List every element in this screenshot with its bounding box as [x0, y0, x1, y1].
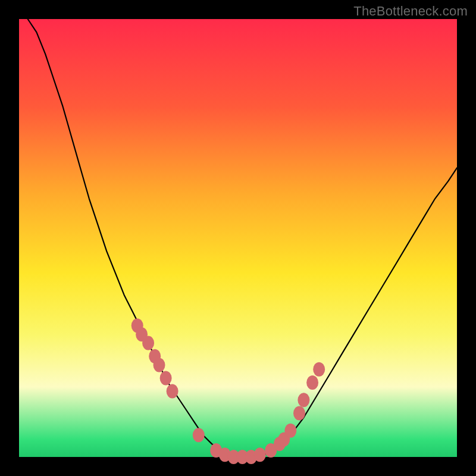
curve-marker — [284, 424, 296, 438]
curve-marker — [293, 406, 305, 420]
curve-marker — [193, 428, 205, 442]
curve-marker — [313, 362, 325, 377]
curve-marker — [254, 447, 266, 462]
curve-marker — [160, 371, 172, 386]
curve-marker — [306, 375, 318, 390]
curve-marker — [167, 384, 178, 399]
bottleneck-chart — [19, 19, 457, 457]
bottleneck-curve-path — [28, 19, 457, 457]
marker-group — [131, 318, 325, 464]
curve-marker — [154, 358, 165, 372]
curve-marker — [298, 393, 309, 407]
watermark-text: TheBottleneck.com — [353, 4, 468, 19]
curve-marker — [142, 336, 154, 350]
